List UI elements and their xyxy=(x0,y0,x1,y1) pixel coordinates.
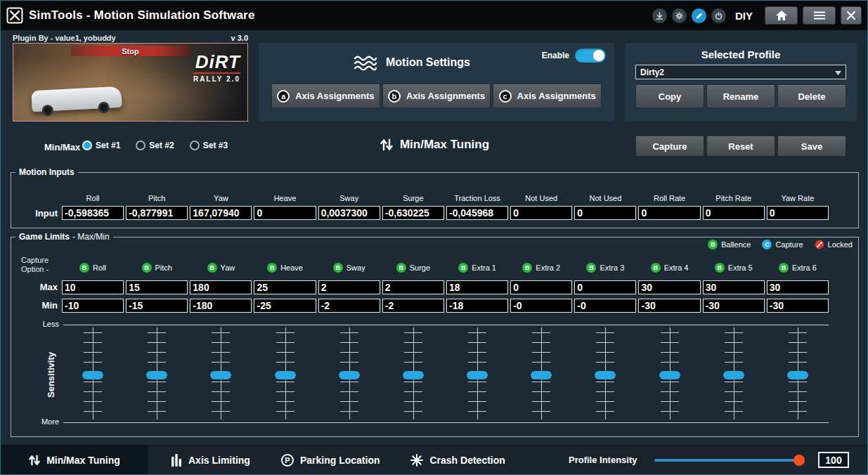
rename-button[interactable]: Rename xyxy=(706,84,775,108)
capture-option-icon[interactable]: B xyxy=(715,263,725,273)
capture-option-icon[interactable]: B xyxy=(458,263,468,273)
profile-intensity-slider[interactable] xyxy=(654,459,803,462)
slider-handle[interactable] xyxy=(787,371,808,379)
capture-option-icon[interactable]: B xyxy=(333,263,343,273)
min-field-extra3[interactable] xyxy=(574,299,636,313)
input-field-traction-loss[interactable] xyxy=(446,206,508,220)
max-field-extra3[interactable] xyxy=(574,280,636,294)
profile-select[interactable]: Dirty2 xyxy=(635,65,846,79)
slider-handle[interactable] xyxy=(659,371,680,379)
min-field-extra6[interactable] xyxy=(767,299,829,313)
input-field-surge[interactable] xyxy=(382,206,444,220)
min-field-pitch[interactable] xyxy=(126,299,188,313)
capture-option-icon[interactable]: B xyxy=(267,263,277,273)
profile-intensity-handle[interactable] xyxy=(793,455,805,466)
capture-option-icon[interactable]: B xyxy=(779,263,789,273)
input-field-yaw-rate[interactable] xyxy=(767,206,829,220)
min-field-extra5[interactable] xyxy=(703,299,765,313)
max-field-extra1[interactable] xyxy=(446,280,508,294)
input-field-sway[interactable] xyxy=(318,206,380,220)
download-icon[interactable] xyxy=(652,8,667,23)
capture-option-icon[interactable]: B xyxy=(142,263,152,273)
slider-handle[interactable] xyxy=(403,371,424,379)
max-field-roll[interactable] xyxy=(62,280,124,294)
slider-handle[interactable] xyxy=(210,371,231,379)
max-field-extra2[interactable] xyxy=(510,280,572,294)
axis-assignments-a-button[interactable]: a Axis Assignments xyxy=(271,84,380,108)
min-field-heave[interactable] xyxy=(254,299,316,313)
capture-option-icon[interactable]: B xyxy=(396,263,406,273)
close-button[interactable] xyxy=(841,6,862,25)
settings-gear-icon[interactable] xyxy=(672,8,687,23)
max-field-extra5[interactable] xyxy=(703,280,765,294)
max-field-extra6[interactable] xyxy=(767,280,829,294)
max-field-surge[interactable] xyxy=(382,280,444,294)
capture-button[interactable]: Capture xyxy=(635,136,704,157)
set2-radio[interactable]: Set #2 xyxy=(136,141,174,150)
slider-handle[interactable] xyxy=(467,371,488,379)
tab-parking-location[interactable]: P Parking Location xyxy=(266,445,396,474)
min-field-extra1[interactable] xyxy=(446,299,508,313)
edit-pencil-icon[interactable] xyxy=(692,8,706,23)
reset-button[interactable]: Reset xyxy=(706,136,775,157)
max-field-yaw[interactable] xyxy=(190,280,252,294)
input-field-roll-rate[interactable] xyxy=(638,206,700,220)
slider-handle[interactable] xyxy=(531,371,552,379)
home-button[interactable] xyxy=(765,6,798,25)
menu-button[interactable] xyxy=(803,6,836,25)
set3-radio[interactable]: Set #3 xyxy=(190,141,228,150)
motion-settings-panel: Motion Settings Enable a Axis Assignment… xyxy=(259,43,614,122)
min-field-yaw[interactable] xyxy=(190,299,252,313)
max-field-heave[interactable] xyxy=(254,280,316,294)
min-field-surge[interactable] xyxy=(382,299,444,313)
profile-intensity-value[interactable]: 100 xyxy=(818,452,849,468)
set1-radio[interactable]: Set #1 xyxy=(82,141,120,150)
copy-button[interactable]: Copy xyxy=(635,84,704,108)
capture-option-icon[interactable]: B xyxy=(522,263,532,273)
capture-option-icon[interactable]: B xyxy=(207,263,217,273)
input-field-yaw[interactable] xyxy=(190,206,252,220)
limit-column-header-heave: BHeave xyxy=(254,263,316,273)
capture-option-icon[interactable]: B xyxy=(651,263,661,273)
min-field-sway[interactable] xyxy=(318,299,380,313)
tab-crash-detection[interactable]: Crash Detection xyxy=(395,445,520,474)
input-field-not-used-1[interactable] xyxy=(510,206,572,220)
input-field-heave[interactable] xyxy=(254,206,316,220)
max-field-sway[interactable] xyxy=(318,280,380,294)
slider-handle[interactable] xyxy=(723,371,744,379)
slider-handle[interactable] xyxy=(82,371,103,379)
delete-button[interactable]: Delete xyxy=(777,84,846,108)
max-field-pitch[interactable] xyxy=(126,280,188,294)
tab-minmax-tuning[interactable]: Min/Max Tuning xyxy=(1,445,148,474)
input-field-roll[interactable] xyxy=(62,206,124,220)
min-field-extra4[interactable] xyxy=(638,299,700,313)
tab-axis-limiting[interactable]: Axis Limiting xyxy=(155,445,266,474)
enable-toggle[interactable] xyxy=(575,48,606,63)
axis-b-icon: b xyxy=(388,90,401,103)
slider-handle[interactable] xyxy=(339,371,360,379)
input-field-not-used-2[interactable] xyxy=(574,206,636,220)
simtools-logo-icon xyxy=(6,7,23,24)
limit-column-header-surge: BSurge xyxy=(382,263,444,273)
axis-assignments-b-button[interactable]: b Axis Assignments xyxy=(382,84,491,108)
save-button[interactable]: Save xyxy=(777,136,846,157)
capture-option-icon[interactable]: B xyxy=(79,263,89,273)
slider-handle[interactable] xyxy=(595,371,616,379)
axis-assignments-c-button[interactable]: c Axis Assignments xyxy=(493,84,602,108)
capture-option-icon[interactable]: B xyxy=(586,263,596,273)
sensitivity-slider-sway xyxy=(318,326,380,421)
window-title: SimTools - Motion Simulation Software xyxy=(29,8,255,22)
slider-handle[interactable] xyxy=(146,371,167,379)
parking-icon: P xyxy=(281,454,294,467)
min-field-extra2[interactable] xyxy=(510,299,572,313)
max-field-extra4[interactable] xyxy=(638,280,700,294)
input-field-pitch-rate[interactable] xyxy=(703,206,765,220)
power-icon[interactable] xyxy=(711,8,726,23)
axis-c-label: Axis Assignments xyxy=(517,91,596,101)
min-field-roll[interactable] xyxy=(62,299,124,313)
slider-handle[interactable] xyxy=(275,371,296,379)
input-row-label: Input xyxy=(21,208,58,219)
input-field-pitch[interactable] xyxy=(126,206,188,220)
stop-button[interactable]: Stop xyxy=(71,46,190,56)
set3-label: Set #3 xyxy=(203,141,228,150)
